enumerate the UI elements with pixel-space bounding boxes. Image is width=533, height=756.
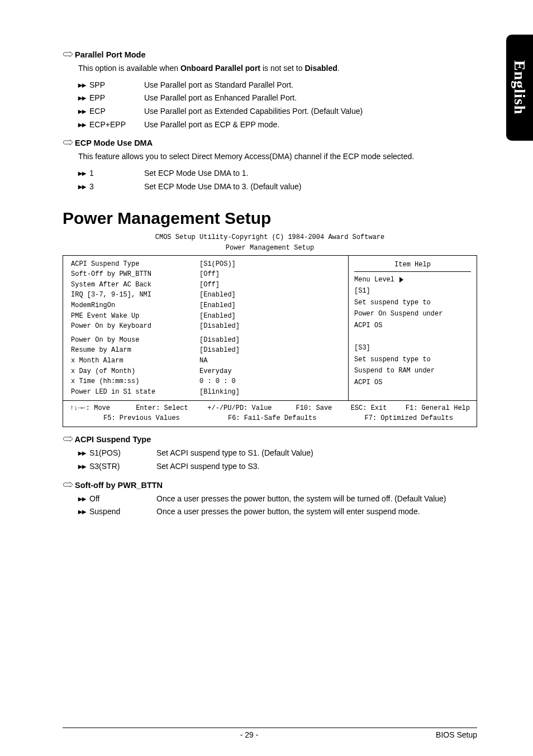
- text-bold: Disabled: [304, 64, 337, 73]
- option-row: ▸▸3Set ECP Mode Use DMA to 3. (Default v…: [78, 181, 477, 193]
- hint-select: Enter: Select: [136, 403, 203, 413]
- option-key: ▸▸3: [78, 181, 144, 193]
- text: This option is available when: [78, 64, 180, 73]
- option-key: ▸▸Suspend: [78, 506, 156, 518]
- bios-footer-row1: ↑↓→←: Move Enter: Select +/-/PU/PD: Valu…: [70, 403, 470, 413]
- option-key: ▸▸1: [78, 168, 144, 180]
- bios-setting-value: [Enabled]: [199, 290, 342, 300]
- menu-level: Menu Level: [354, 274, 471, 285]
- heading-text: ACPI Suspend Type: [75, 435, 151, 444]
- option-key: ▸▸Off: [78, 493, 156, 505]
- hint-prev: F5: Previous Values: [103, 413, 180, 423]
- bios-setting-row: Soft-Off by PWR_BTTN[Off]: [71, 269, 342, 280]
- section-heading: Soft-off by PWR_BTTN: [63, 481, 477, 490]
- option-desc: Set ECP Mode Use DMA to 3. (Default valu…: [144, 181, 477, 193]
- section-desc: This option is available when Onboard Pa…: [78, 63, 477, 75]
- double-arrow-icon: ▸▸: [78, 461, 89, 473]
- bios-setting-label: System After AC Back: [71, 280, 199, 290]
- hint-optimized: F7: Optimized Defaults: [365, 413, 453, 423]
- double-arrow-icon: ▸▸: [78, 506, 89, 518]
- bios-help-line: ACPI OS: [354, 377, 471, 388]
- bios-setting-row: ACPI Suspend Type[S1(POS)]: [71, 259, 342, 270]
- double-arrow-icon: ▸▸: [78, 493, 89, 505]
- section-ecp-mode: ECP Mode Use DMA This feature allows you…: [63, 138, 477, 193]
- option-row: ▸▸ECP+EPPUse Parallel port as ECP & EPP …: [78, 119, 477, 131]
- bios-setting-row: x Month AlarmNA: [71, 356, 342, 366]
- option-desc: Set ACPI suspend type to S1. (Default Va…: [156, 447, 477, 460]
- option-key: ▸▸ECP+EPP: [78, 119, 144, 131]
- section-desc: This feature allows you to select Direct…: [78, 151, 477, 163]
- text-bold: Onboard Parallel port: [180, 64, 260, 73]
- option-key: ▸▸EPP: [78, 92, 144, 104]
- arrow-right-icon: [399, 277, 403, 283]
- page-title: Power Management Setup: [63, 209, 477, 228]
- bios-setting-row: x Day (of Month)Everyday: [71, 366, 342, 377]
- heading-text: Parallel Port Mode: [75, 50, 146, 59]
- option-row: ▸▸EPPUse Parallel port as Enhanced Paral…: [78, 92, 477, 104]
- option-row: ▸▸SPPUse Parallel port as Standard Paral…: [78, 79, 477, 92]
- option-desc: Once a user presses the power button, th…: [156, 493, 477, 505]
- bios-header-line1: CMOS Setup Utility-Copyright (C) 1984-20…: [63, 233, 477, 242]
- double-arrow-icon: ▸▸: [78, 79, 89, 92]
- option-key: ▸▸S3(STR): [78, 461, 156, 473]
- bios-setting-label: x Day (of Month): [71, 366, 199, 377]
- item-help-title: Item Help: [354, 259, 471, 270]
- section-softoff: Soft-off by PWR_BTTN ▸▸OffOnce a user pr…: [63, 481, 477, 518]
- bios-setting-value: [Disabled]: [199, 335, 342, 346]
- option-desc: Use Parallel port as Standard Parallel P…: [144, 79, 477, 92]
- option-key: ▸▸S1(POS): [78, 447, 156, 460]
- double-arrow-icon: ▸▸: [78, 181, 89, 193]
- option-row: ▸▸OffOnce a user presses the power butto…: [78, 493, 477, 505]
- double-arrow-icon: ▸▸: [78, 106, 89, 118]
- section-parallel-port-mode: Parallel Port Mode This option is availa…: [63, 50, 477, 131]
- bios-setting-value: [Enabled]: [199, 311, 342, 322]
- bios-setting-value: [Disabled]: [199, 321, 342, 332]
- bios-screen: ACPI Suspend Type[S1(POS)]Soft-Off by PW…: [63, 255, 477, 428]
- hand-icon: [63, 436, 73, 442]
- bios-help-panel: Item Help Menu Level [S1]Set suspend typ…: [348, 256, 477, 401]
- bios-setting-value: [Disabled]: [199, 345, 342, 356]
- bios-setting-value: [Blinking]: [199, 387, 342, 398]
- bios-setting-row: Power LED in S1 state[Blinking]: [71, 387, 342, 398]
- section-heading: ECP Mode Use DMA: [63, 138, 477, 147]
- bios-setting-row: Power On by Keyboard[Disabled]: [71, 321, 342, 332]
- bios-help-line: [S3]: [354, 342, 471, 353]
- bios-setting-label: ACPI Suspend Type: [71, 259, 199, 270]
- bios-setting-label: IRQ [3-7, 9-15], NMI: [71, 290, 199, 300]
- heading-text: ECP Mode Use DMA: [75, 138, 153, 147]
- bios-setting-row: System After AC Back[Off]: [71, 280, 342, 290]
- double-arrow-icon: ▸▸: [78, 119, 89, 131]
- option-key: ▸▸SPP: [78, 79, 144, 92]
- text: is not set to: [260, 64, 304, 73]
- bios-setting-row: PME Event Wake Up[Enabled]: [71, 311, 342, 322]
- text: Menu Level: [354, 276, 394, 284]
- option-desc: Use Parallel port as Enhanced Parallel P…: [144, 92, 477, 104]
- hand-icon: [63, 51, 73, 58]
- bios-setting-value: NA: [199, 356, 342, 366]
- bios-setting-label: Resume by Alarm: [71, 345, 199, 356]
- option-desc: Use Parallel port as Extended Capabiliti…: [144, 106, 477, 118]
- footer-section: BIOS Setup: [436, 730, 477, 739]
- double-arrow-icon: ▸▸: [78, 168, 89, 180]
- bios-setting-value: [Enabled]: [199, 300, 342, 311]
- bios-setting-row: x Time (hh:mm:ss)0 : 0 : 0: [71, 376, 342, 387]
- option-desc: Once a user presses the power button, th…: [156, 506, 477, 518]
- bios-setting-value: [Off]: [199, 269, 342, 280]
- bios-setting-label: Power LED in S1 state: [71, 387, 199, 398]
- page-number: - 29 -: [240, 730, 259, 739]
- option-desc: Use Parallel port as ECP & EPP mode.: [144, 119, 477, 131]
- option-row: ▸▸ECPUse Parallel port as Extended Capab…: [78, 106, 477, 118]
- option-row: ▸▸S1(POS)Set ACPI suspend type to S1. (D…: [78, 447, 477, 460]
- heading-text: Soft-off by PWR_BTTN: [75, 481, 163, 490]
- text: .: [337, 64, 340, 73]
- page-content: Parallel Port Mode This option is availa…: [0, 0, 533, 543]
- bios-help-line: Suspend to RAM under: [354, 365, 471, 376]
- bios-setting-label: PME Event Wake Up: [71, 311, 199, 322]
- page-footer: - 29 - BIOS Setup: [63, 728, 477, 739]
- option-desc: Set ACPI suspend type to S3.: [156, 461, 477, 473]
- bios-help-line: Set suspend type to: [354, 354, 471, 365]
- bios-setting-row: Power On by Mouse[Disabled]: [71, 335, 342, 346]
- bios-footer-row2: F5: Previous Values F6: Fail-Safe Defaul…: [70, 413, 470, 423]
- section-heading: ACPI Suspend Type: [63, 435, 477, 444]
- bios-footer: ↑↓→←: Move Enter: Select +/-/PU/PD: Valu…: [63, 401, 477, 427]
